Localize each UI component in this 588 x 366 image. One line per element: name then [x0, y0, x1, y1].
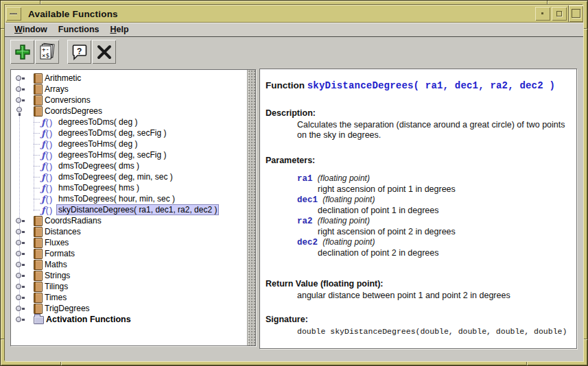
menu-functions[interactable]: Functions [53, 23, 105, 36]
book-icon [34, 73, 43, 84]
frame-notch [583, 28, 587, 29]
book-icon [34, 282, 43, 292]
expand-handle-icon[interactable] [15, 260, 25, 269]
browse-functions-button[interactable]: +- ×$ [35, 40, 59, 64]
add-function-button[interactable] [10, 40, 34, 64]
tree-category-row[interactable]: Arrays [11, 84, 247, 95]
tree-category-row[interactable]: Fluxes [11, 237, 247, 248]
tree-function-row[interactable]: dmsToDegrees( dms ) [11, 160, 247, 171]
parameter-name: ra2 [297, 217, 313, 226]
titlebar[interactable]: Available Functions [5, 5, 583, 23]
expand-handle-icon[interactable] [15, 282, 25, 291]
book-icon [34, 260, 43, 270]
minimize-button[interactable] [535, 7, 550, 21]
close-button[interactable] [92, 40, 116, 64]
parameter-entry: dec2 (floating point) declination of poi… [264, 237, 572, 258]
tree-function-label: skyDistanceDegrees( ra1, dec1, ra2, dec2… [56, 204, 219, 215]
content-area: +- ×$ ? [5, 37, 583, 361]
expand-handle-icon[interactable] [15, 293, 25, 302]
expand-handle-icon[interactable] [15, 315, 25, 324]
tree-function-row[interactable]: dmsToDegrees( deg, min, sec ) [11, 171, 247, 182]
book-icon [34, 227, 43, 237]
tree-category-label: Conversions [43, 95, 93, 106]
parameter-name: ra1 [297, 174, 313, 184]
parameter-entry: dec1 (floating point) declination of poi… [264, 195, 572, 216]
tree-scrollbar[interactable] [247, 70, 255, 345]
book-icon [34, 216, 43, 226]
tree-function-row[interactable]: degreesToDms( deg, secFig ) [11, 127, 247, 138]
parameter-name: dec1 [297, 195, 318, 205]
maximize-icon [556, 11, 562, 16]
svg-text:×$: ×$ [42, 52, 49, 59]
green-plus-icon [14, 43, 32, 61]
tree-category-row[interactable]: Conversions [11, 95, 247, 106]
parameters-label: Parameters: [266, 156, 572, 165]
help-bubble-icon: ? [71, 43, 89, 61]
expand-handle-icon[interactable] [15, 106, 25, 116]
doc-header: Function skyDistanceDegrees( ra1, dec1, … [266, 80, 572, 91]
tree-function-row[interactable]: hmsToDegrees( hms ) [11, 182, 247, 193]
signature-text: double skyDistanceDegrees(double, double… [297, 326, 572, 337]
window-title: Available Functions [21, 9, 534, 19]
parameter-entry: ra1 (floating point) right ascension of … [264, 173, 572, 195]
expand-handle-icon[interactable] [15, 227, 25, 236]
resize-corner[interactable] [568, 5, 583, 22]
help-button[interactable]: ? [67, 40, 91, 64]
expand-handle-icon[interactable] [15, 95, 25, 105]
tree-category-label: Formats [43, 248, 77, 259]
tree-function-label: dmsToDegrees( deg, min, sec ) [56, 171, 175, 182]
expand-handle-icon[interactable] [15, 304, 25, 313]
tree-function-label: dmsToDegrees( dms ) [56, 160, 141, 171]
tree-category-row[interactable]: Maths [11, 259, 247, 270]
maximize-button[interactable] [552, 7, 567, 21]
expand-handle-icon[interactable] [15, 238, 25, 247]
tree-category-row[interactable]: Arithmetic [11, 73, 247, 84]
tree-category-row[interactable]: Distances [11, 226, 247, 237]
menu-help[interactable]: Help [105, 23, 134, 36]
tree-category-row[interactable]: Formats [11, 248, 247, 259]
book-icon [34, 106, 43, 117]
window-menu-button[interactable] [6, 7, 21, 21]
expand-handle-icon[interactable] [15, 84, 25, 94]
tree-function-row[interactable]: degreesToHms( deg ) [11, 138, 247, 149]
description-text: Calculates the separation (distance arou… [297, 120, 572, 141]
tree-category-label: Arrays [43, 84, 71, 95]
tree-branch-tick [34, 144, 40, 145]
book-icon [34, 316, 44, 324]
expand-handle-icon[interactable] [15, 216, 25, 225]
tree-function-row[interactable]: hmsToDegrees( hour, min, sec ) [11, 193, 247, 204]
expand-handle-icon[interactable] [15, 249, 25, 258]
tree-category-row[interactable]: Times [11, 292, 247, 303]
toolbar: +- ×$ ? [10, 40, 117, 64]
tree-branch-tick [34, 155, 40, 156]
return-value-text: angular distance between point 1 and poi… [297, 291, 572, 301]
tree-category-row[interactable]: Strings [11, 270, 247, 281]
tree-category-row[interactable]: CoordsRadians [11, 215, 247, 226]
svg-text:?: ? [77, 46, 82, 56]
book-icon [34, 238, 43, 248]
expand-handle-icon[interactable] [15, 73, 25, 83]
functions-tree[interactable]: Arithmetic Arrays Conversions CoordsDegr… [11, 70, 247, 345]
parameter-description: declination of point 1 in degrees [318, 206, 572, 216]
tree-category-row[interactable]: Activation Functions [11, 314, 247, 325]
tree-function-row[interactable]: degreesToDms( deg ) [11, 117, 247, 127]
tree-branch-tick [34, 188, 40, 188]
parameter-type: (floating point) [316, 173, 370, 183]
description-label: Description: [266, 108, 572, 118]
book-icon [34, 304, 43, 314]
parameter-list: ra1 (floating point) right ascension of … [264, 173, 572, 258]
tree-branch-tick [34, 199, 40, 199]
tree-category-row[interactable]: CoordsDegrees [11, 106, 247, 117]
function-icon [41, 129, 56, 138]
tree-category-row[interactable]: TrigDegrees [11, 303, 247, 314]
tree-function-row[interactable]: skyDistanceDegrees( ra1, dec1, ra2, dec2… [11, 204, 247, 215]
function-icon [41, 118, 56, 127]
tree-function-row[interactable]: degreesToHms( deg, secFig ) [11, 149, 247, 160]
tree-category-row[interactable]: Tilings [11, 281, 247, 292]
expand-handle-icon[interactable] [15, 271, 25, 280]
tree-category-label: Arithmetic [43, 73, 83, 84]
close-x-icon [95, 43, 113, 61]
tree-function-label: hmsToDegrees( hms ) [56, 182, 141, 193]
tree-branch-tick [34, 166, 40, 167]
menu-window[interactable]: Window [9, 23, 53, 36]
